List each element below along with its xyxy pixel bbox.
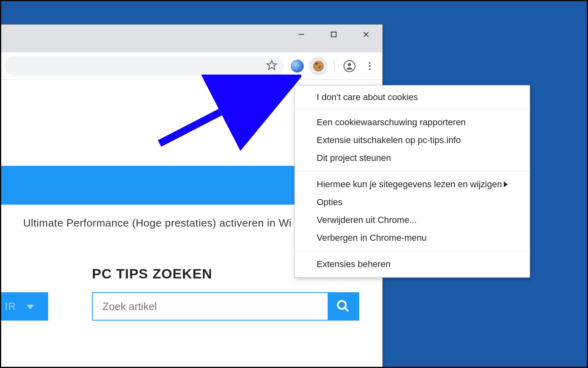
svg-marker-4 <box>267 60 276 69</box>
menu-item-disable-extension[interactable]: Extensie uitschakelen op pc-tips.info <box>295 131 530 149</box>
search-icon <box>336 299 350 314</box>
chevron-down-icon <box>27 301 34 312</box>
menu-item-support-project[interactable]: Dit project steunen <box>295 149 530 167</box>
search-input[interactable] <box>93 293 328 320</box>
close-button[interactable] <box>350 25 382 44</box>
extension-icons <box>289 57 378 75</box>
context-menu-title: I don't care about cookies <box>295 86 530 109</box>
search-box <box>92 292 359 321</box>
maximize-button[interactable] <box>317 25 350 44</box>
svg-point-11 <box>338 301 346 309</box>
svg-point-7 <box>369 62 371 64</box>
extension-context-menu: I don't care about cookies Een cookiewaa… <box>294 85 530 278</box>
svg-point-6 <box>348 63 351 66</box>
globe-extension-icon[interactable] <box>289 58 306 75</box>
dropdown-label: IR <box>5 301 16 312</box>
window-controls <box>285 25 382 44</box>
svg-rect-1 <box>331 32 336 37</box>
browser-menu-icon[interactable] <box>361 58 378 75</box>
profile-icon[interactable] <box>341 58 358 75</box>
submenu-arrow-icon <box>504 182 508 187</box>
minimize-button[interactable] <box>285 25 317 44</box>
titlebar <box>0 25 382 52</box>
cookie-extension-icon[interactable] <box>309 57 328 75</box>
star-icon[interactable] <box>266 60 277 73</box>
address-bar[interactable] <box>4 56 284 76</box>
menu-item-hide-in-menu[interactable]: Verbergen in Chrome-menu <box>295 229 530 247</box>
menu-item-manage-extensions[interactable]: Extensies beheren <box>295 255 530 273</box>
browser-toolbar <box>0 52 382 80</box>
toolbar-separator <box>334 60 334 72</box>
menu-item-remove-from-chrome[interactable]: Verwijderen uit Chrome... <box>295 211 530 229</box>
svg-marker-10 <box>27 305 34 309</box>
menu-item-site-data[interactable]: Hiermee kun je sitegegevens lezen en wij… <box>295 175 530 193</box>
svg-point-9 <box>369 68 371 70</box>
svg-point-8 <box>369 65 371 66</box>
menu-item-options[interactable]: Opties <box>295 193 530 211</box>
category-dropdown[interactable]: IR <box>0 292 48 321</box>
menu-item-report-cookie[interactable]: Een cookiewaarschuwing rapporteren <box>295 113 530 131</box>
search-button[interactable] <box>328 293 358 320</box>
svg-line-12 <box>345 308 348 311</box>
